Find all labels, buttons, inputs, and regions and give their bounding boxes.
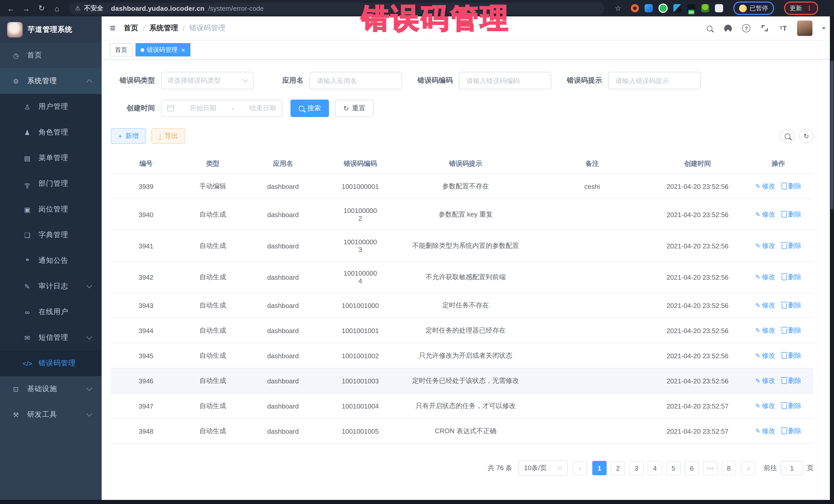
extension-icon[interactable] [701, 4, 709, 12]
hamburger-icon[interactable]: ≡ [110, 23, 115, 34]
extension-icon[interactable] [631, 4, 639, 12]
edit-link[interactable]: ✎修改 [755, 210, 775, 219]
sidebar-item-dict-management[interactable]: ❏字典管理 [0, 222, 102, 248]
fullscreen-icon[interactable] [760, 24, 769, 33]
app-name-field[interactable] [310, 72, 402, 89]
refresh-table-button[interactable]: ↻ [799, 129, 813, 143]
error-msg-input[interactable] [615, 76, 695, 85]
font-size-icon[interactable]: TT [778, 24, 788, 33]
update-button[interactable]: 更新 ⋮ [784, 2, 818, 15]
sidebar-item-system-management[interactable]: ⚙系统管理 [0, 68, 102, 94]
edit-link[interactable]: ✎修改 [755, 182, 775, 191]
search-toggle-button[interactable] [780, 129, 794, 143]
edit-link[interactable]: ✎修改 [755, 326, 775, 335]
page-button-2[interactable]: 2 [611, 461, 625, 475]
page-button-3[interactable]: 3 [629, 461, 643, 475]
page-button-5[interactable]: 5 [666, 461, 681, 475]
scrollbar[interactable] [830, 17, 834, 500]
scrollbar-thumb[interactable] [830, 61, 833, 210]
next-page-button[interactable]: › [741, 461, 755, 475]
page-size-select[interactable]: 10条/页 [518, 460, 568, 476]
bookmark-star-icon[interactable]: ☆ [615, 4, 621, 12]
sidebar-item-notice-management[interactable]: ❝通知公告 [0, 248, 102, 273]
goto-page-input[interactable] [781, 461, 803, 475]
delete-link[interactable]: 删除 [782, 182, 802, 191]
sidebar-item-infrastructure[interactable]: ⊡基础设施 [0, 376, 102, 402]
sidebar-item-sms-management[interactable]: ✉短信管理 [0, 325, 102, 351]
delete-link[interactable]: 删除 [782, 326, 802, 335]
error-code-field[interactable] [459, 72, 551, 89]
extension-icon[interactable] [687, 4, 695, 12]
tag-error-code[interactable]: 错误码管理 × [135, 43, 190, 57]
sidebar-item-error-code-management[interactable]: </>错误码管理 [0, 351, 102, 376]
sidebar-item-menu-management[interactable]: ▤菜单管理 [0, 145, 102, 171]
delete-link[interactable]: 删除 [782, 241, 802, 250]
cell-code: 1001001000 [322, 293, 399, 318]
reset-button[interactable]: ↻ 重置 [335, 100, 374, 117]
chevron-down-icon[interactable] [822, 27, 826, 29]
sidebar-item-dev-tools[interactable]: ⚒研发工具 [0, 402, 102, 428]
page-button-1[interactable]: 1 [592, 461, 607, 475]
cell-id: 3947 [111, 394, 181, 418]
page-ellipsis[interactable]: ⋯ [703, 461, 718, 475]
delete-link[interactable]: 删除 [782, 301, 802, 310]
export-button[interactable]: ↓ 导出 [151, 128, 185, 144]
edit-link[interactable]: ✎修改 [755, 376, 775, 386]
tag-home[interactable]: 首页 [110, 43, 132, 57]
sidebar-item-post-management[interactable]: ▣岗位管理 [0, 197, 102, 222]
prev-page-button[interactable]: ‹ [573, 461, 587, 475]
profile-chip[interactable]: 已暂停 [733, 2, 774, 15]
breadcrumb-system[interactable]: 系统管理 [149, 24, 178, 33]
page-button-8[interactable]: 8 [722, 461, 736, 475]
delete-link[interactable]: 删除 [782, 351, 802, 360]
delete-link[interactable]: 删除 [782, 272, 802, 282]
edit-link[interactable]: ✎修改 [755, 301, 775, 310]
sidebar-item-dept-management[interactable]: ╦部门管理 [0, 171, 102, 197]
sidebar-item-label: 字典管理 [39, 231, 68, 240]
home-icon[interactable]: ⌂ [51, 4, 63, 13]
table-row: 3946自动生成dashboard1001001003定时任务已经处于该状态，无… [111, 369, 813, 394]
page-button-6[interactable]: 6 [685, 461, 699, 475]
cell-msg: 定时任务已经处于该状态，无需修改 [399, 369, 532, 393]
browser-menu-icon[interactable]: ⋮ [806, 5, 812, 12]
extensions-puzzle-icon[interactable] [715, 4, 723, 12]
app-name-input[interactable] [316, 76, 396, 85]
cell-msg: 定时任务的处理器已经存在 [399, 318, 532, 343]
sidebar-item-home[interactable]: ◷首页 [0, 43, 102, 68]
sidebar-item-user-management[interactable]: ♙用户管理 [0, 94, 102, 119]
sidebar-item-audit-log[interactable]: ✎审计日志 [0, 273, 102, 299]
sidebar-item-role-management[interactable]: ♟角色管理 [0, 119, 102, 145]
add-button[interactable]: + 新增 [111, 128, 146, 144]
search-button[interactable]: 搜索 [290, 100, 329, 117]
delete-link[interactable]: 删除 [782, 426, 802, 436]
sidebar-item-online-users[interactable]: ∞在线用户 [0, 299, 102, 325]
extension-icon[interactable] [644, 4, 653, 12]
error-msg-field[interactable] [609, 72, 701, 89]
edit-link[interactable]: ✎修改 [755, 351, 775, 360]
help-icon[interactable]: ? [742, 24, 751, 33]
delete-link[interactable]: 删除 [782, 376, 802, 386]
breadcrumb-home[interactable]: 首页 [124, 24, 138, 33]
filter-label-time: 创建时间 [111, 104, 155, 113]
error-code-input[interactable] [465, 76, 545, 85]
extension-icon[interactable] [673, 4, 681, 12]
error-type-select[interactable]: 请选择错误码类型 [161, 72, 254, 89]
tag-close-icon[interactable]: × [181, 46, 185, 53]
date-range-picker[interactable]: 开始日期 - 结束日期 [161, 100, 282, 117]
forward-icon[interactable]: → [21, 4, 32, 13]
user-avatar[interactable] [797, 21, 812, 36]
edit-link[interactable]: ✎修改 [755, 241, 775, 250]
delete-link[interactable]: 删除 [782, 401, 802, 411]
sidebar-item-label: 通知公告 [39, 256, 68, 265]
address-bar[interactable]: ⚠ 不安全 dashboard.yudao.iocoder.cn/system/… [69, 2, 605, 14]
back-icon[interactable]: ← [5, 4, 17, 13]
reload-icon[interactable]: ↻ [36, 4, 47, 13]
edit-link[interactable]: ✎修改 [755, 401, 775, 411]
edit-link[interactable]: ✎修改 [755, 272, 775, 282]
search-icon[interactable] [705, 24, 714, 33]
delete-link[interactable]: 删除 [782, 210, 802, 219]
page-button-4[interactable]: 4 [648, 461, 662, 475]
github-icon[interactable] [723, 24, 732, 33]
edit-link[interactable]: ✎修改 [755, 426, 775, 436]
extension-icon[interactable] [658, 4, 667, 13]
